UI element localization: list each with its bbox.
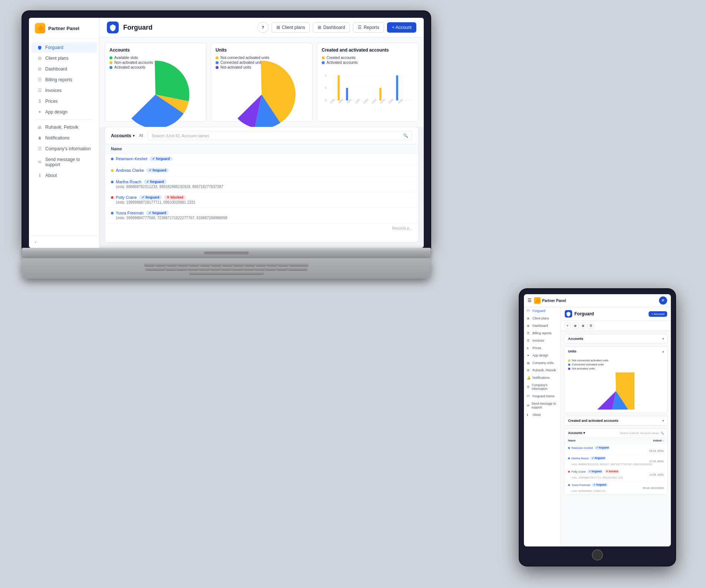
reports-button[interactable]: ☰ Reports: [353, 22, 384, 33]
tablet-nav-client-plans[interactable]: ⊞ Client plans: [524, 315, 561, 322]
tablet-name-text: Martha Roach: [571, 457, 589, 460]
tablet-nav-prices[interactable]: $ Prices: [524, 344, 561, 352]
tablet-help-btn[interactable]: ?: [564, 322, 571, 329]
message-icon: ✉: [37, 160, 42, 165]
client-plans-btn-label: Client plans: [282, 25, 305, 30]
sidebar-item-notifications[interactable]: Notifications: [31, 133, 97, 143]
tablet-body: 🛡 Forguard ⊞ Client plans ⊞ Dashboard: [524, 307, 671, 546]
tag-forguard: ✓ forguard: [139, 195, 162, 200]
accounts-filter-dropdown[interactable]: Accounts ▾: [111, 133, 135, 138]
tablet-units-title: Units: [568, 349, 577, 353]
sidebar: 🔶 Partner Panel Forguard ⊞: [29, 18, 99, 248]
tablet-nav-forguard-demo[interactable]: 🛡 Forguard Demo: [524, 392, 561, 400]
tablet-client-plans-btn[interactable]: ⊞: [572, 322, 578, 329]
dashboard-icon: ⊞: [37, 66, 42, 72]
tablet-accounts-section-header[interactable]: Accounts ▾: [564, 334, 668, 343]
tablet-nav-about[interactable]: ℹ About: [524, 411, 561, 418]
tablet-bar-section-header[interactable]: Created and activated accounts ▾: [564, 416, 668, 425]
tablet-col-name: Name: [568, 439, 576, 442]
sidebar-item-about[interactable]: ℹ About: [31, 170, 97, 181]
sidebar-item-invoices[interactable]: ☰ Invoices: [31, 85, 97, 96]
dot-not-connected: [216, 56, 219, 59]
row-name-area: Andreas Clarke ✓ forguard: [111, 168, 412, 173]
add-account-button[interactable]: + Account: [387, 22, 416, 33]
tablet-nav-label-invoices: Invoices: [532, 339, 544, 342]
tablet-nav-send-message[interactable]: ✉ Send message to support: [524, 400, 561, 411]
dot-activated: [109, 66, 112, 69]
tablet-nav-notifications[interactable]: 🔔 Notifications: [524, 374, 561, 381]
tag-forguard: ✓ forguard: [146, 211, 169, 215]
tablet-nav-invoices[interactable]: ☰ Invoices: [524, 337, 561, 344]
table-row: Polly Crane ✓ forguard ✕ blocked Units: …: [105, 192, 418, 208]
key: [167, 263, 177, 266]
tablet-accounts-table: Accounts ▾ Search (Unit ID, Account name…: [564, 428, 668, 495]
tablet-nav-company-units[interactable]: ▤ Company units: [524, 359, 561, 367]
tablet-units-pie-svg: [597, 372, 634, 410]
hamburger-icon[interactable]: ☰: [528, 298, 532, 303]
tablet-col-added: Added ↓: [653, 439, 664, 442]
sidebar-label-billing: Billing reports: [45, 77, 72, 82]
sidebar-item-ruhavik[interactable]: Ruhavik, Petovik: [31, 122, 97, 132]
account-name-text: Andreas Clarke: [116, 168, 144, 173]
tablet-add-account-button[interactable]: + Account: [649, 311, 667, 317]
records-note: Records p...: [105, 223, 418, 233]
tablet-dot: [568, 457, 570, 459]
help-button[interactable]: ?: [258, 22, 269, 33]
tablet-nav-dashboard[interactable]: ⊞ Dashboard: [524, 322, 561, 329]
chevron-down-icon: ▾: [662, 337, 664, 341]
key: [144, 263, 155, 266]
about-icon: ℹ: [37, 173, 42, 178]
sidebar-item-prices[interactable]: $ Prices: [31, 96, 97, 106]
account-name-text: Polly Crane: [116, 195, 137, 200]
sidebar-item-client-plans[interactable]: ⊞ Client plans: [31, 53, 97, 63]
tablet-units-section-header[interactable]: Units ▴: [564, 347, 668, 356]
label-activated-bar: Activated accounts: [327, 60, 358, 65]
tablet-legend-not-activated: Not-activated units: [568, 367, 664, 370]
tablet-nav-app-design[interactable]: ✦ App design: [524, 352, 561, 359]
tablet-search-box[interactable]: Search (Unit ID, Account name) 🔍: [620, 431, 664, 435]
tablet-nav-label-about: About: [532, 413, 541, 417]
tablet-nav-forguard[interactable]: 🛡 Forguard: [524, 307, 561, 315]
client-plans-button[interactable]: ⊞ Client plans: [272, 22, 310, 33]
dot-created: [322, 56, 325, 59]
tablet-home-button[interactable]: [592, 549, 603, 561]
tablet-nav-label-ruhavik: Ruhavik, Petovik: [532, 368, 556, 372]
tablet-nav-ruhavik[interactable]: ⚙ Ruhavik, Petovik: [524, 367, 561, 374]
sidebar-collapse-button[interactable]: ‹: [29, 236, 99, 248]
sidebar-item-billing-reports[interactable]: ☰ Billing reports: [31, 75, 97, 85]
tablet-nav-company-info[interactable]: ☰ Company's information: [524, 381, 561, 392]
tablet-dashboard-btn[interactable]: ⊞: [580, 322, 586, 329]
key: [188, 267, 198, 270]
tablet-nav-label-company: Company's information: [532, 383, 558, 391]
sidebar-item-app-design[interactable]: ✦ App design: [31, 107, 97, 117]
tablet-row-name: Réamann Keshet ✓ forguard: [568, 446, 664, 450]
accounts-pie: [109, 72, 201, 117]
bell-icon: [37, 135, 42, 141]
search-box[interactable]: Search (Unit ID, Account name) 🔍: [148, 131, 412, 140]
search-placeholder: Search (Unit ID, Account name): [152, 134, 209, 138]
tablet-bezel: ☰ 🔶 Partner Panel P 🛡 Forguard: [519, 289, 675, 566]
laptop-notch: [204, 252, 249, 254]
reports-btn-label: Reports: [364, 25, 379, 30]
svg-text:05/02: 05/02: [397, 98, 403, 104]
tablet-name-text: Réamann Keshet: [571, 446, 593, 450]
tablet-billing-icon: ☰: [527, 332, 531, 335]
client-plans-btn-icon: ⊞: [276, 25, 280, 30]
tablet-row-name: Martha Roach ✓ forguard: [568, 456, 664, 460]
tablet-nav-label-notif: Notifications: [532, 376, 550, 380]
keyboard-row-2: [33, 267, 419, 270]
tablet-nav-label-billing: Billing reports: [532, 331, 552, 335]
sidebar-item-dashboard[interactable]: ⊞ Dashboard: [31, 64, 97, 74]
sidebar-item-send-message[interactable]: ✉ Send message to support: [31, 154, 97, 170]
table-row: Yusra Freeman ✓ forguard Units: 39999884…: [105, 208, 418, 223]
tablet-reports-btn[interactable]: ☰: [587, 322, 594, 329]
sidebar-item-company-info[interactable]: ☰ Company's information: [31, 144, 97, 154]
tablet-nav-billing[interactable]: ☰ Billing reports: [524, 329, 561, 337]
dashboard-button[interactable]: ⊞ Dashboard: [313, 22, 350, 33]
account-name-text: Réamann Keshet: [116, 157, 147, 161]
key: [278, 263, 288, 266]
sidebar-item-forguard[interactable]: Forguard: [31, 42, 97, 53]
row-name-area: Réamann Keshet ✓ forguard: [111, 157, 412, 161]
svg-text:31/01: 31/01: [354, 98, 360, 104]
tablet-design-icon: ✦: [527, 354, 531, 357]
